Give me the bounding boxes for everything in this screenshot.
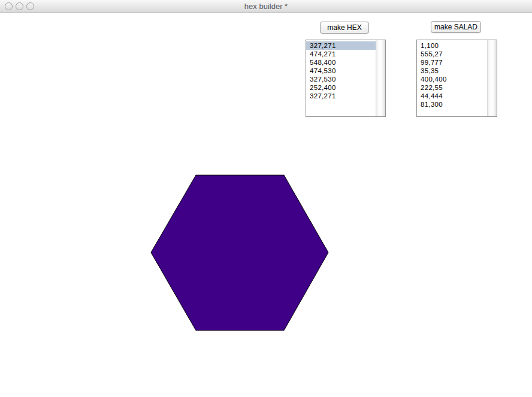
list-item[interactable]: 327,530 <box>306 75 376 83</box>
titlebar[interactable]: hex builder * <box>0 0 532 13</box>
make-salad-button[interactable]: make SALAD <box>431 21 481 33</box>
list-item[interactable]: 252,400 <box>306 83 376 92</box>
list-item[interactable]: 1,100 <box>417 41 487 50</box>
list-item[interactable]: 548,400 <box>306 58 376 67</box>
salad-points-rows: 1,100555,2799,77735,35400,400222,5544,44… <box>417 41 487 109</box>
hex-listbox-scrollbar[interactable] <box>376 40 385 116</box>
salad-points-listbox[interactable]: 1,100555,2799,77735,35400,400222,5544,44… <box>416 40 497 117</box>
salad-listbox-scrollbar[interactable] <box>487 40 497 116</box>
hex-points-rows: 327,271474,271548,400474,530327,530252,4… <box>306 41 376 100</box>
make-hex-button[interactable]: make HEX <box>320 22 369 34</box>
list-item[interactable]: 222,55 <box>417 83 487 92</box>
list-item[interactable]: 99,777 <box>417 58 487 67</box>
list-item[interactable]: 44,444 <box>417 92 487 100</box>
list-item[interactable]: 400,400 <box>417 75 487 83</box>
app-window: hex builder * make HEX make SALAD 327,27… <box>0 0 532 397</box>
list-item[interactable]: 327,271 <box>306 92 376 100</box>
window-title: hex builder * <box>0 0 532 13</box>
list-item[interactable]: 81,300 <box>417 100 487 109</box>
hex-points-listbox[interactable]: 327,271474,271548,400474,530327,530252,4… <box>306 40 386 117</box>
list-item[interactable]: 35,35 <box>417 67 487 75</box>
list-item[interactable]: 555,27 <box>417 50 487 58</box>
list-item[interactable]: 474,271 <box>306 50 376 58</box>
list-item[interactable]: 474,530 <box>306 67 376 75</box>
hexagon-shape <box>151 175 328 330</box>
list-item[interactable]: 327,271 <box>306 41 376 50</box>
